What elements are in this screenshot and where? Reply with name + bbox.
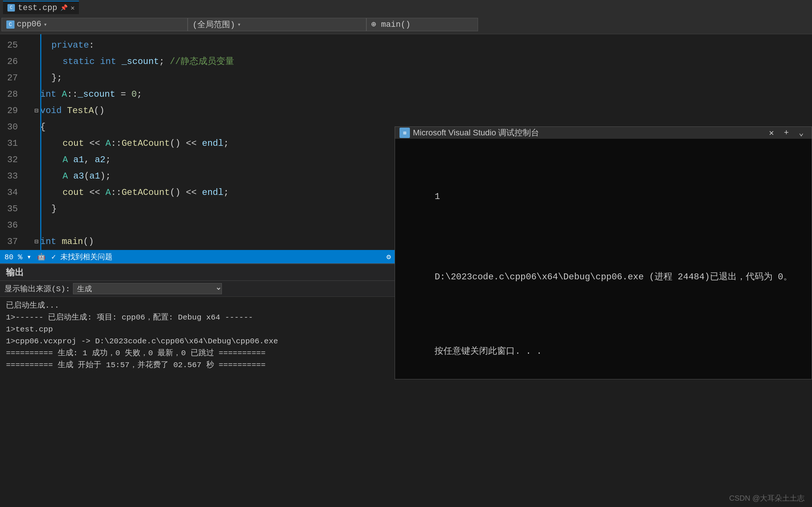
output-header: 输出	[0, 264, 406, 281]
toolbar: C cpp06 ▾ (全局范围) ▾ ⊕ main()	[0, 15, 812, 34]
terminal-content: 1 D:\2023code.c\cpp06\x64\Debug\cpp06.ex…	[395, 139, 812, 410]
symbol-label: ⊕ main()	[371, 19, 411, 29]
zoom-level[interactable]: 80 % ▾	[4, 252, 31, 261]
code-text: cout << A::GetACount() << endl;	[63, 184, 229, 201]
terminal-dropdown-button[interactable]: ⌄	[795, 127, 807, 139]
intellicode-icon: 🤖	[37, 253, 45, 261]
code-line[interactable]: private:	[30, 37, 812, 54]
line-number: 36	[0, 217, 24, 234]
line-number: 27	[0, 70, 24, 86]
line-number: 33	[0, 168, 24, 184]
line-numbers: 252627282930313233343536373839404142	[0, 34, 30, 254]
context-label: (全局范围)	[192, 19, 235, 30]
code-line[interactable]: static int _scount; //静态成员变量	[30, 54, 812, 70]
code-text: private:	[51, 37, 94, 54]
fold-icon[interactable]: ⊟	[33, 103, 40, 119]
title-bar: C test.cpp 📌 ✕	[0, 0, 812, 15]
terminal-close-prompt: 按任意键关闭此窗口. . .	[402, 329, 804, 374]
line-number: 35	[0, 201, 24, 217]
source-label: 显示输出来源(S):	[4, 283, 70, 294]
editor-tab[interactable]: C test.cpp 📌 ✕	[3, 1, 79, 14]
line-number: 37	[0, 234, 24, 250]
output-line: 1>test.cpp	[6, 324, 400, 336]
output-panel: 输出 显示输出来源(S): 生成 已启动生成...1>------ 已启动生成:…	[0, 263, 406, 427]
line-number: 28	[0, 86, 24, 103]
output-source-row: 显示输出来源(S): 生成	[0, 281, 406, 297]
code-text: }	[51, 201, 57, 217]
terminal-close-button[interactable]: ✕	[765, 127, 777, 139]
line-number: 30	[0, 119, 24, 135]
output-text-area: 已启动生成...1>------ 已启动生成: 项目: cpp06，配置: De…	[0, 297, 406, 427]
code-text: static int _scount; //静态成员变量	[63, 54, 234, 70]
scope-icon: C	[6, 20, 15, 29]
file-icon: C	[7, 4, 15, 12]
code-text: };	[51, 70, 62, 86]
no-problems-status: ✓ 未找到相关问题	[51, 252, 112, 262]
terminal-output-number: 1	[402, 174, 804, 219]
code-text: int A::_scount = 0;	[40, 86, 142, 103]
tab-pin-icon: 📌	[60, 4, 68, 12]
context-arrow-icon: ▾	[237, 21, 241, 28]
terminal-app-icon: ⊞	[399, 128, 410, 138]
code-text: int main()	[40, 234, 94, 250]
terminal-title: Microsoft Visual Studio 调试控制台	[413, 127, 762, 138]
symbol-dropdown[interactable]: ⊕ main()	[366, 18, 478, 31]
output-line: 1>------ 已启动生成: 项目: cpp06，配置: Debug x64 …	[6, 312, 400, 324]
scope-arrow-icon: ▾	[44, 21, 47, 28]
scope-dropdown[interactable]: C cpp06 ▾	[1, 18, 188, 31]
code-line[interactable]: int A::_scount = 0;	[30, 86, 812, 103]
watermark: CSDN @大耳朵土土志	[729, 493, 805, 503]
output-line: 1>cpp06.vcxproj -> D:\2023code.c\cpp06\x…	[6, 336, 400, 347]
scope-label: cpp06	[17, 20, 41, 29]
terminal-titlebar: ⊞ Microsoft Visual Studio 调试控制台 ✕ + ⌄	[395, 127, 812, 139]
output-line: ========== 生成 开始于 15:57，并花费了 02.567 秒 ==…	[6, 359, 400, 371]
terminal-window: ⊞ Microsoft Visual Studio 调试控制台 ✕ + ⌄ 1 …	[395, 126, 812, 379]
tab-label: test.cpp	[18, 3, 57, 13]
terminal-path-line: D:\2023code.c\cpp06\x64\Debug\cpp06.exe …	[402, 255, 804, 299]
output-line: 已启动生成...	[6, 300, 400, 312]
output-line: ========== 生成: 1 成功，0 失败，0 最新，0 已跳过 ====…	[6, 347, 400, 359]
line-number: 26	[0, 54, 24, 70]
terminal-add-button[interactable]: +	[780, 127, 792, 139]
code-text: A a1, a2;	[63, 152, 111, 168]
output-title: 输出	[6, 266, 24, 278]
fold-icon[interactable]: ⊟	[33, 234, 40, 250]
tab-close-icon[interactable]: ✕	[71, 4, 75, 12]
source-select[interactable]: 生成	[73, 283, 222, 294]
tasks-icon[interactable]: ⚙	[386, 252, 391, 261]
line-number: 34	[0, 184, 24, 201]
line-number: 25	[0, 37, 24, 54]
line-number: 32	[0, 152, 24, 168]
line-number: 29	[0, 103, 24, 119]
code-text: cout << A::GetACount() << endl;	[63, 135, 229, 152]
status-bar: 80 % ▾ 🤖 ✓ 未找到相关问题 ⚙ ◀	[0, 250, 406, 263]
context-dropdown[interactable]: (全局范围) ▾	[188, 18, 366, 31]
line-number: 31	[0, 135, 24, 152]
code-line[interactable]: };	[30, 70, 812, 86]
scope-indicator	[40, 34, 41, 254]
code-line[interactable]: ⊟void TestA()	[30, 103, 812, 119]
code-text: A a3(a1);	[63, 168, 111, 184]
code-text: void TestA()	[40, 103, 105, 119]
